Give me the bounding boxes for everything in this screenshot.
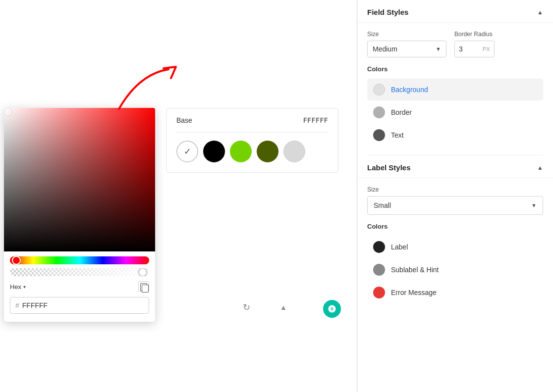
border-swatch — [373, 106, 385, 118]
border-radius-unit: PX — [483, 46, 490, 52]
field-styles-collapse-icon[interactable]: ▲ — [537, 9, 543, 16]
hex-input-wrapper: # — [10, 297, 149, 314]
swatch-lime[interactable] — [230, 141, 252, 162]
rotate-icon[interactable]: ↻ — [243, 302, 250, 313]
right-panel: Field Styles ▲ Size Medium ▼ Border Radi… — [357, 0, 553, 392]
presets-card: Base FFFFFF — [166, 108, 338, 173]
label-size-value: Small — [374, 201, 391, 209]
field-styles-body: Size Medium ▼ Border Radius PX Colors Ba… — [357, 23, 553, 155]
border-label: Border — [391, 108, 412, 116]
color-gradient-canvas[interactable] — [4, 108, 155, 251]
border-radius-input[interactable] — [459, 45, 479, 53]
left-panel: Hex ▾ # Base FFFFFF ↻ ▲ — [0, 0, 357, 392]
preset-hex-value: FFFFFF — [303, 116, 328, 124]
color-item-text[interactable]: Text — [367, 124, 543, 146]
label-color-label: Label — [391, 243, 408, 251]
presets-swatches — [176, 141, 328, 162]
field-styles-title: Field Styles — [367, 8, 408, 16]
background-label: Background — [391, 86, 428, 94]
teal-circle-button[interactable] — [323, 300, 341, 318]
arrow-annotation — [79, 64, 188, 126]
size-field-group: Size Medium ▼ — [367, 31, 446, 57]
hue-slider[interactable] — [10, 256, 149, 264]
color-item-background[interactable]: Background — [367, 79, 543, 100]
swatch-lightgray[interactable] — [283, 141, 305, 162]
sublabel-color-label: Sublabel & Hint — [391, 266, 439, 274]
text-swatch — [373, 129, 385, 141]
hex-hash-symbol: # — [15, 301, 19, 309]
label-colors-label: Colors — [367, 223, 543, 230]
copy-icon[interactable] — [138, 281, 149, 292]
hex-input[interactable] — [22, 301, 144, 309]
hex-label[interactable]: Hex ▾ — [10, 283, 26, 291]
size-value: Medium — [373, 45, 397, 53]
alpha-slider[interactable] — [10, 268, 149, 276]
size-label: Size — [367, 31, 446, 38]
swatch-black[interactable] — [203, 141, 225, 162]
label-styles-header: Label Styles ▲ — [357, 155, 553, 178]
field-colors-label: Colors — [367, 65, 543, 73]
swatch-darkgreen[interactable] — [257, 141, 278, 162]
hex-label-text: Hex — [10, 283, 21, 291]
label-size-label: Size — [367, 186, 543, 193]
label-styles-title: Label Styles — [367, 163, 411, 172]
hex-row: Hex ▾ — [4, 281, 155, 292]
size-select-arrow: ▼ — [436, 46, 441, 52]
arrow-up-icon[interactable]: ▲ — [280, 303, 287, 311]
text-label: Text — [391, 131, 404, 139]
border-radius-label: Border Radius — [454, 31, 495, 38]
field-styles-header: Field Styles ▲ — [357, 0, 553, 23]
label-size-select[interactable]: Small ▼ — [367, 196, 543, 215]
size-border-row: Size Medium ▼ Border Radius PX — [367, 31, 543, 57]
error-swatch — [373, 287, 385, 298]
color-item-border[interactable]: Border — [367, 101, 543, 123]
error-color-label: Error Message — [391, 289, 437, 296]
label-styles-body: Size Small ▼ Colors Label Sublabel & Hin… — [357, 178, 553, 312]
border-radius-field-group: Border Radius PX — [454, 31, 495, 57]
color-item-label[interactable]: Label — [367, 236, 543, 258]
alpha-gradient-overlay — [10, 268, 149, 276]
background-swatch — [373, 84, 385, 96]
swatch-check[interactable] — [176, 141, 198, 162]
hue-thumb[interactable] — [12, 256, 21, 265]
presets-header: Base FFFFFF — [176, 116, 328, 124]
sublabel-swatch — [373, 264, 385, 276]
color-picker-popup: Hex ▾ # — [4, 108, 155, 322]
presets-divider — [176, 132, 328, 133]
label-size-field-group: Size Small ▼ — [367, 186, 543, 215]
color-item-sublabel[interactable]: Sublabel & Hint — [367, 259, 543, 281]
hex-dropdown-icon[interactable]: ▾ — [23, 284, 26, 290]
label-swatch — [373, 241, 385, 253]
size-select[interactable]: Medium ▼ — [367, 41, 446, 57]
border-radius-field: PX — [454, 41, 495, 57]
label-size-arrow: ▼ — [531, 202, 537, 208]
label-styles-collapse-icon[interactable]: ▲ — [537, 164, 543, 171]
color-item-error[interactable]: Error Message — [367, 282, 543, 303]
alpha-thumb[interactable] — [138, 268, 147, 276]
gradient-cursor[interactable] — [4, 108, 11, 115]
